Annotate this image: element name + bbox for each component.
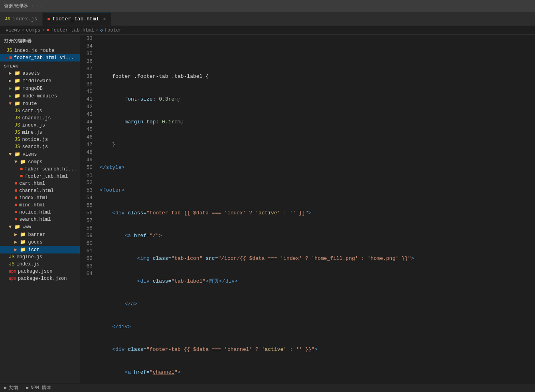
html-icon: ■ <box>14 188 17 194</box>
chevron-right-icon: ▶ <box>26 385 29 391</box>
folder-icon: ▼ 📁 <box>9 151 20 157</box>
breadcrumb-file[interactable]: footer_tab.html <box>51 28 94 33</box>
folder-icon: ▼ 📁 <box>14 159 26 165</box>
sidebar-item-footer-html-opened[interactable]: ✕ ■ footer_tab.html vi... <box>0 54 80 61</box>
sidebar-item-mine-js[interactable]: JS mine.js <box>0 129 80 136</box>
js-icon: JS <box>14 130 20 135</box>
sidebar-item-mongodb[interactable]: ▶ 📁 mongoDB <box>0 85 80 92</box>
title-bar-text: 资源管理器 <box>4 3 28 10</box>
breadcrumb-comps[interactable]: comps <box>26 28 40 33</box>
opened-editors-label: 打开的编辑器 <box>4 38 32 44</box>
folder-icon: ▼ 📁 <box>9 224 20 230</box>
sidebar-item-banner[interactable]: ▶ 📁 banner <box>0 231 80 238</box>
route-icon: ▼ 📁 <box>9 101 20 107</box>
tab-bar: JS index.js ■ footer_tab.html ✕ <box>0 12 535 26</box>
html-icon: ■ <box>47 17 50 22</box>
sidebar-item-icon[interactable]: ▶ 📁 icon <box>0 246 80 253</box>
sidebar-label: views <box>22 152 37 157</box>
sidebar-item-comps[interactable]: ▼ 📁 comps <box>0 158 80 166</box>
sidebar-item-assets[interactable]: ▶ 📁 assets <box>0 69 80 77</box>
code-content[interactable]: footer .footer-tab .tab-label { font-siz… <box>97 35 535 383</box>
close-icon[interactable]: ✕ <box>5 55 8 61</box>
sidebar-label: footer_tab.html <box>25 174 68 179</box>
sidebar-item-search-js[interactable]: JS search.js <box>0 143 80 150</box>
sidebar-label: index.html <box>19 195 48 201</box>
folder-icon: ▶ 📁 <box>9 70 20 76</box>
npm-scripts-toggle[interactable]: ▶ NPM 脚本 <box>26 384 51 391</box>
folder-icon: ▶ 📁 <box>9 78 20 84</box>
code-line-33 <box>100 50 535 57</box>
sidebar-item-route[interactable]: ▼ 📁 route <box>0 100 80 107</box>
line-num: 58 <box>80 224 93 232</box>
line-num: 48 <box>80 148 93 156</box>
line-num: 54 <box>80 194 93 202</box>
tab-index-js[interactable]: JS index.js <box>0 12 43 26</box>
sidebar-label: mine.html <box>19 202 45 208</box>
code-line-37: } <box>100 141 535 148</box>
sidebar-item-views[interactable]: ▼ 📁 views <box>0 150 80 158</box>
sidebar-label: search.html <box>19 217 51 222</box>
sidebar-item-channel-js[interactable]: JS channel.js <box>0 115 80 122</box>
sidebar-item-index-js[interactable]: JS index.js <box>0 122 80 129</box>
html-icon: ■ <box>14 217 17 222</box>
code-line-47: <a href="channel"> <box>100 368 535 376</box>
editor-area[interactable]: 33 34 35 36 37 38 39 40 41 42 43 44 45 4… <box>80 35 535 383</box>
main-area: 打开的编辑器 JS index.js route ✕ ■ footer_tab.… <box>0 35 535 383</box>
breadcrumb-views[interactable]: views <box>6 28 20 33</box>
js-icon: JS <box>14 137 20 143</box>
sidebar-item-index-js-root[interactable]: JS index.js <box>0 261 80 268</box>
code-line-36: margin-top: 0.1rem; <box>100 118 535 126</box>
sidebar-item-faker-search[interactable]: ■ faker_search.ht... <box>0 166 80 173</box>
sidebar-label: banner <box>28 232 45 238</box>
sidebar-label: package-lock.json <box>18 276 67 281</box>
steak-section-label: STEAK <box>0 61 80 69</box>
sidebar-label: goods <box>28 240 42 245</box>
line-num: 33 <box>80 35 93 42</box>
js-icon: JS <box>6 48 12 53</box>
breadcrumb-component[interactable]: footer <box>105 28 122 33</box>
npm-icon: npm <box>9 277 16 281</box>
code-line-35: font-size: 0.3rem; <box>100 95 535 103</box>
line-num: 57 <box>80 217 93 224</box>
line-num: 39 <box>80 80 93 88</box>
sidebar-item-channel-html[interactable]: ■ channel.html <box>0 187 80 194</box>
title-bar-menu[interactable]: ··· <box>31 3 43 9</box>
npm-label: NPM 脚本 <box>30 384 51 391</box>
sidebar-item-index-js-opened[interactable]: JS index.js route <box>0 47 80 54</box>
route-icon: ▶ 📁 <box>14 247 26 253</box>
code-line-34: footer .footer-tab .tab-label { <box>100 73 535 80</box>
html-icon: ■ <box>14 202 17 208</box>
line-num: 64 <box>80 270 93 277</box>
line-num: 61 <box>80 247 93 255</box>
sidebar-item-index-html[interactable]: ■ index.html <box>0 194 80 202</box>
sidebar-label: www <box>22 224 31 230</box>
sidebar-item-middleware[interactable]: ▶ 📁 middleware <box>0 77 80 85</box>
sidebar-item-notice-html[interactable]: ■ notice.html <box>0 209 80 216</box>
sidebar-item-package-lock[interactable]: npm package-lock.json <box>0 275 80 282</box>
sidebar-item-notice-js[interactable]: JS notice.js <box>0 136 80 143</box>
line-num: 41 <box>80 95 93 103</box>
line-num: 44 <box>80 118 93 126</box>
js-icon: JS <box>14 108 20 114</box>
sidebar-label: search.js <box>22 144 48 150</box>
tab-close-button[interactable]: ✕ <box>103 16 106 22</box>
sidebar-item-www[interactable]: ▼ 📁 www <box>0 223 80 231</box>
sidebar-item-search-html[interactable]: ■ search.html <box>0 216 80 223</box>
sidebar-item-mine-html[interactable]: ■ mine.html <box>0 202 80 209</box>
code-line-40: <div class="footer-tab {{ $data === 'ind… <box>100 209 535 217</box>
sidebar-label: mine.js <box>22 130 42 135</box>
sidebar-item-footer-tab-html[interactable]: ■ footer_tab.html <box>0 173 80 180</box>
sidebar-item-package-json[interactable]: npm package.json <box>0 268 80 275</box>
outline-toggle[interactable]: ▶ 大纲 <box>4 384 18 391</box>
sidebar-item-cart-html[interactable]: ■ cart.html <box>0 180 80 187</box>
line-num: 43 <box>80 111 93 118</box>
sidebar-item-goods[interactable]: ▶ 📁 goods <box>0 238 80 246</box>
sidebar-item-node-modules[interactable]: ▶ 📁 node_modules <box>0 92 80 100</box>
sidebar-label: assets <box>22 71 39 76</box>
npm-icon: npm <box>9 269 16 274</box>
sidebar-item-engine-js[interactable]: JS engine.js <box>0 253 80 261</box>
tab-footer-html[interactable]: ■ footer_tab.html ✕ <box>43 12 111 26</box>
html-icon: ■ <box>14 181 17 186</box>
line-num: 49 <box>80 156 93 164</box>
sidebar-item-cart-js[interactable]: JS cart.js <box>0 107 80 115</box>
